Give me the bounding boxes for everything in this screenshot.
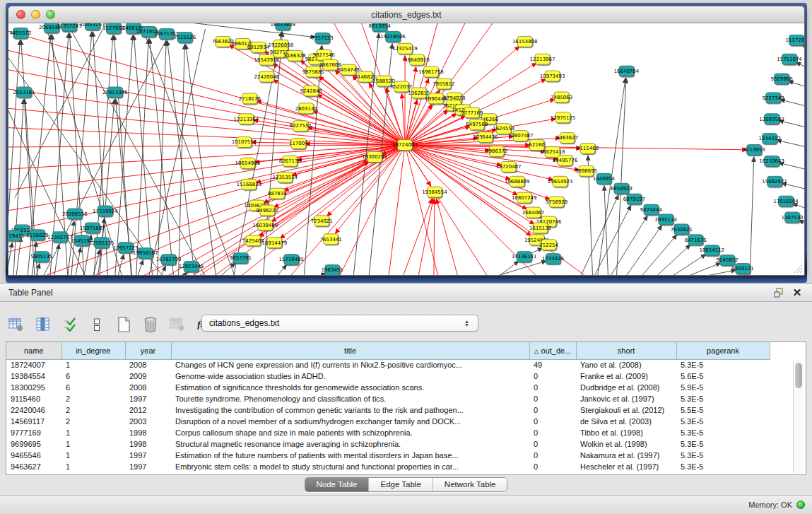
graph-node[interactable]: 10654112	[699, 245, 724, 256]
window-titlebar[interactable]: citations_edges.txt	[8, 6, 804, 23]
table-cell[interactable]: 9777169	[6, 427, 61, 438]
select-all-icon[interactable]	[61, 315, 79, 334]
table-row[interactable]: 2242004622012Investigating the contribut…	[6, 404, 770, 416]
table-cell[interactable]: 1	[61, 450, 125, 461]
column-header-out_de[interactable]: △out_de...	[529, 342, 576, 359]
table-cell[interactable]: 0	[529, 438, 576, 450]
table-row[interactable]: 977716911998Corpus callosum shape and si…	[6, 427, 770, 438]
table-cell[interactable]: 1998	[125, 427, 171, 438]
table-cell[interactable]: 1	[61, 359, 125, 370]
graph-node[interactable]: 18720407	[496, 161, 522, 172]
table-cell[interactable]: 49	[529, 359, 576, 370]
table-cell[interactable]: 2012	[125, 404, 171, 416]
graph-node[interactable]: 18640910	[404, 54, 430, 65]
table-cell[interactable]: de Silva et al. (2003)	[576, 416, 676, 427]
graph-node[interactable]: 16782759	[156, 255, 182, 265]
graph-node[interactable]: 252254	[539, 240, 558, 250]
graph-node[interactable]: 16039489	[253, 220, 278, 230]
table-cell[interactable]: 6	[61, 370, 125, 382]
column-header-year[interactable]: year	[125, 342, 171, 359]
table-cell[interactable]: 19384554	[6, 370, 61, 382]
graph-node[interactable]: 6958923	[611, 183, 632, 194]
table-select[interactable]: citations_edges.txt ▲▼	[201, 315, 478, 332]
table-cell[interactable]: 2003	[125, 416, 171, 427]
graph-node[interactable]: 9756928	[546, 197, 567, 207]
graph-node[interactable]: 1733426	[542, 254, 564, 264]
table-cell[interactable]: 5.3E-5	[676, 416, 770, 427]
table-cell[interactable]: 9115460	[6, 393, 61, 404]
table-row[interactable]: 946554611997Estimation of the future num…	[6, 450, 770, 461]
tab-node-table[interactable]: Node Table	[305, 478, 370, 491]
close-icon[interactable]: ✕	[791, 287, 804, 298]
table-cell[interactable]: Estimation of significance thresholds fo…	[171, 382, 529, 393]
table-cell[interactable]: Changes of HCN gene expression and I(f) …	[171, 359, 529, 370]
table-row[interactable]: 911546021997Tourette syndrome. Phenomeno…	[6, 393, 770, 404]
table-cell[interactable]: 2	[61, 393, 125, 404]
column-header-pagerank[interactable]: pagerank	[676, 342, 770, 359]
table-cell[interactable]: 2008	[125, 359, 171, 370]
graph-node[interactable]: 887834	[268, 188, 287, 199]
table-cell[interactable]: 0	[529, 382, 576, 393]
table-cell[interactable]: 9465546	[6, 450, 61, 461]
table-cell[interactable]: 9463627	[6, 461, 61, 472]
graph-node[interactable]: 9474444	[640, 204, 663, 215]
table-cell[interactable]: 2009	[125, 370, 171, 382]
close-button[interactable]	[16, 10, 25, 19]
graph-node[interactable]: 9245652	[717, 255, 739, 266]
table-cell[interactable]: 14569117	[6, 416, 61, 427]
graph-node[interactable]: 9898695	[575, 165, 597, 176]
float-window-icon[interactable]	[772, 287, 785, 298]
column-visibility-icon[interactable]	[34, 315, 52, 334]
new-table-icon[interactable]	[114, 315, 133, 334]
graph-node[interactable]: 7653441	[320, 234, 342, 245]
table-cell[interactable]: Stergiakouli et al. (2012)	[576, 404, 676, 416]
tab-edge-table[interactable]: Edge Table	[369, 478, 433, 491]
table-cell[interactable]: 0	[529, 427, 576, 438]
table-cell[interactable]: 0	[529, 404, 576, 416]
graph-node[interactable]: 1527602	[102, 23, 124, 33]
table-cell[interactable]: 1	[61, 461, 125, 472]
graph-node[interactable]: 2935114	[655, 214, 678, 225]
graph-node[interactable]: 17016504	[773, 196, 799, 206]
graph-node[interactable]: 16210643	[759, 156, 784, 166]
table-cell[interactable]: 1	[61, 427, 125, 438]
table-cell[interactable]: 0	[529, 370, 576, 382]
table-cell[interactable]: 2008	[125, 382, 171, 393]
graph-node[interactable]: 62160	[529, 140, 545, 151]
graph-node[interactable]: 10688809	[505, 176, 530, 187]
table-row[interactable]: 946362711997Embryonic stem cells: a mode…	[6, 461, 770, 472]
table-scrollbar[interactable]	[793, 361, 804, 474]
column-header-in_degree[interactable]: in_degree	[61, 342, 125, 359]
table-row[interactable]: 1872400712008Changes of HCN gene express…	[6, 359, 770, 370]
table-cell[interactable]: Investigating the contribution of common…	[171, 404, 529, 416]
table-cell[interactable]: 0	[529, 416, 576, 427]
graph-node[interactable]: 7234021	[311, 216, 333, 226]
graph-node[interactable]: 14136141	[512, 252, 537, 262]
table-cell[interactable]: Hescheler et al. (1997)	[576, 461, 676, 472]
deselect-all-icon[interactable]	[88, 315, 106, 334]
table-cell[interactable]: 5.5E-5	[676, 404, 770, 416]
table-cell[interactable]: 5.6E-5	[676, 370, 770, 382]
table-cell[interactable]: Jankovic et al. (1997)	[576, 393, 676, 404]
graph-node[interactable]: 8912934	[247, 42, 270, 52]
table-cell[interactable]: 9699695	[6, 438, 61, 450]
memory-indicator-icon[interactable]	[796, 501, 805, 509]
graph-node[interactable]: 15751074	[777, 54, 802, 64]
graph-node[interactable]: 10053257	[80, 23, 105, 30]
graph-node[interactable]: 8813054	[369, 23, 392, 31]
graph-node[interactable]: 9329966	[771, 74, 793, 84]
graph-node[interactable]: 12093582	[759, 114, 784, 124]
delete-table-icon[interactable]	[141, 315, 160, 334]
table-cell[interactable]: 5.3E-5	[676, 359, 770, 370]
graph-node[interactable]: 16648784	[614, 66, 640, 76]
graph-node[interactable]: 19654923	[548, 176, 573, 187]
table-cell[interactable]: 5.3E-5	[676, 393, 770, 404]
table-cell[interactable]: 2	[61, 404, 125, 416]
graph-node[interactable]: 20206556	[62, 209, 88, 219]
table-cell[interactable]: Estimation of the future numbers of pati…	[171, 450, 529, 461]
table-cell[interactable]: 2	[61, 416, 125, 427]
table-cell[interactable]: 18724007	[6, 359, 61, 370]
delete-table-disabled-icon[interactable]	[168, 315, 187, 334]
network-canvas[interactable]: 4405572206914061135724310053257152760264…	[8, 23, 804, 275]
graph-node[interactable]: 8213953	[743, 145, 765, 156]
